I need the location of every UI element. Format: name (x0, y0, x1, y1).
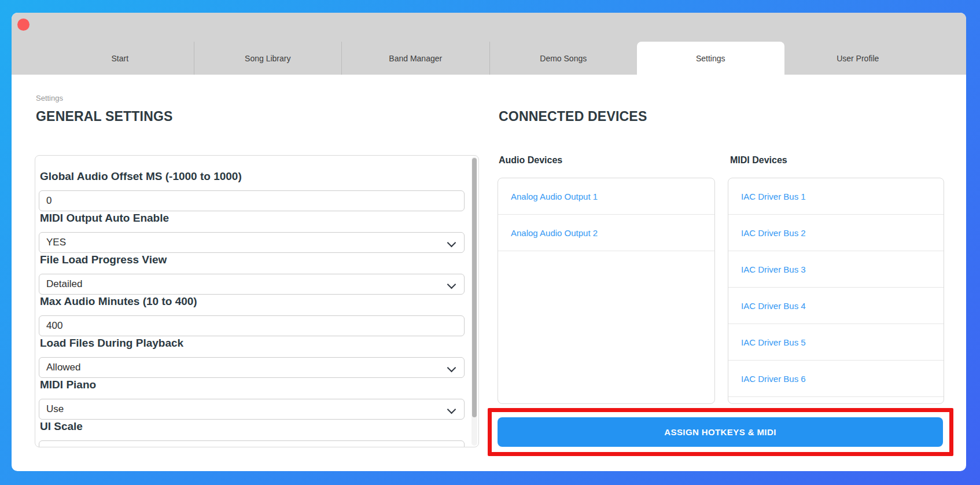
tab-song-library[interactable]: Song Library (194, 42, 342, 75)
window-header: StartSong LibraryBand ManagerDemo SongsS… (12, 13, 966, 75)
app-window: StartSong LibraryBand ManagerDemo SongsS… (12, 13, 966, 471)
midi-piano-label: MIDI Piano (40, 378, 96, 392)
midi-output-auto-enable-value: YES (39, 237, 66, 248)
midi-output-auto-enable-label: MIDI Output Auto Enable (40, 211, 169, 225)
device-row: IAC Driver Bus 1 (728, 178, 944, 215)
device-row: Analog Audio Output 1 (498, 178, 714, 215)
global-audio-offset-label: Global Audio Offset MS (-1000 to 1000) (40, 170, 242, 183)
tab-user-profile[interactable]: User Profile (784, 42, 932, 75)
chevron-down-icon (447, 447, 456, 447)
device-row: Analog Audio Output 2 (498, 215, 714, 251)
load-files-during-playback-select[interactable]: Allowed (39, 357, 465, 378)
file-load-progress-view-value: Detailed (39, 278, 82, 290)
tab-band-manager[interactable]: Band Manager (341, 42, 489, 75)
form-field: MIDI PianoUse (39, 378, 465, 420)
global-audio-offset-value: 0 (39, 195, 51, 207)
form-field: Global Audio Offset MS (-1000 to 1000)0 (39, 170, 465, 211)
general-settings-title: GENERAL SETTINGS (36, 109, 173, 124)
device-row: IAC Driver Bus 6 (728, 361, 944, 397)
device-row: IAC Driver Bus 4 (728, 288, 944, 324)
midi-piano-value: Use (39, 403, 64, 415)
global-audio-offset-input[interactable]: 0 (39, 190, 465, 211)
chevron-down-icon (447, 363, 456, 373)
device-link[interactable]: IAC Driver Bus 3 (741, 264, 806, 274)
close-button[interactable] (17, 19, 30, 31)
form-field: MIDI Output Auto EnableYES (39, 211, 465, 253)
assign-hotkeys-midi-button[interactable]: ASSIGN HOTKEYS & MIDI (498, 417, 943, 447)
breadcrumb: Settings (36, 94, 63, 102)
audio-devices-list: Analog Audio Output 1Analog Audio Output… (498, 178, 715, 404)
midi-devices-list: IAC Driver Bus 1IAC Driver Bus 2IAC Driv… (728, 178, 944, 404)
ui-scale-label: UI Scale (40, 420, 83, 433)
form-field: Max Audio Minutes (10 to 400)400 (39, 295, 465, 336)
device-row: IAC Driver Bus 2 (728, 215, 944, 251)
chevron-down-icon (447, 280, 456, 289)
form-field: File Load Progress ViewDetailed (39, 253, 465, 295)
device-link[interactable]: IAC Driver Bus 2 (741, 228, 806, 238)
device-link[interactable]: IAC Driver Bus 6 (741, 374, 806, 384)
max-audio-minutes-label: Max Audio Minutes (10 to 400) (40, 295, 197, 308)
tab-start[interactable]: Start (46, 42, 194, 75)
chevron-down-icon (447, 238, 456, 248)
device-row: IAC Driver Bus 5 (728, 324, 944, 361)
tab-bar: StartSong LibraryBand ManagerDemo SongsS… (46, 42, 931, 75)
chevron-down-icon (447, 405, 456, 414)
device-link[interactable]: IAC Driver Bus 4 (741, 301, 806, 311)
form-field: UI Scale (39, 420, 465, 447)
form-field: Load Files During PlaybackAllowed (39, 336, 465, 378)
midi-piano-select[interactable]: Use (39, 399, 465, 420)
midi-output-auto-enable-select[interactable]: YES (39, 232, 465, 253)
scrollbar-thumb[interactable] (472, 158, 477, 417)
scrollbar-track[interactable] (471, 157, 477, 446)
device-link[interactable]: Analog Audio Output 1 (511, 192, 598, 201)
general-settings-panel: Global Audio Offset MS (-1000 to 1000)0M… (35, 155, 479, 447)
load-files-during-playback-label: Load Files During Playback (40, 336, 183, 350)
device-link[interactable]: Analog Audio Output 2 (511, 228, 598, 238)
file-load-progress-view-label: File Load Progress View (40, 253, 167, 267)
file-load-progress-view-select[interactable]: Detailed (39, 274, 465, 295)
midi-devices-label: MIDI Devices (730, 155, 787, 166)
device-link[interactable]: IAC Driver Bus 1 (741, 192, 806, 201)
device-link[interactable]: IAC Driver Bus 5 (741, 337, 806, 347)
tab-settings[interactable]: Settings (637, 42, 784, 75)
max-audio-minutes-input[interactable]: 400 (39, 315, 465, 336)
tab-demo-songs[interactable]: Demo Songs (489, 42, 638, 75)
audio-devices-label: Audio Devices (499, 155, 562, 166)
device-row: IAC Driver Bus 3 (728, 251, 944, 288)
ui-scale-select[interactable] (39, 440, 465, 447)
connected-devices-title: CONNECTED DEVICES (499, 109, 647, 124)
max-audio-minutes-value: 400 (39, 320, 62, 332)
load-files-during-playback-value: Allowed (39, 362, 81, 373)
